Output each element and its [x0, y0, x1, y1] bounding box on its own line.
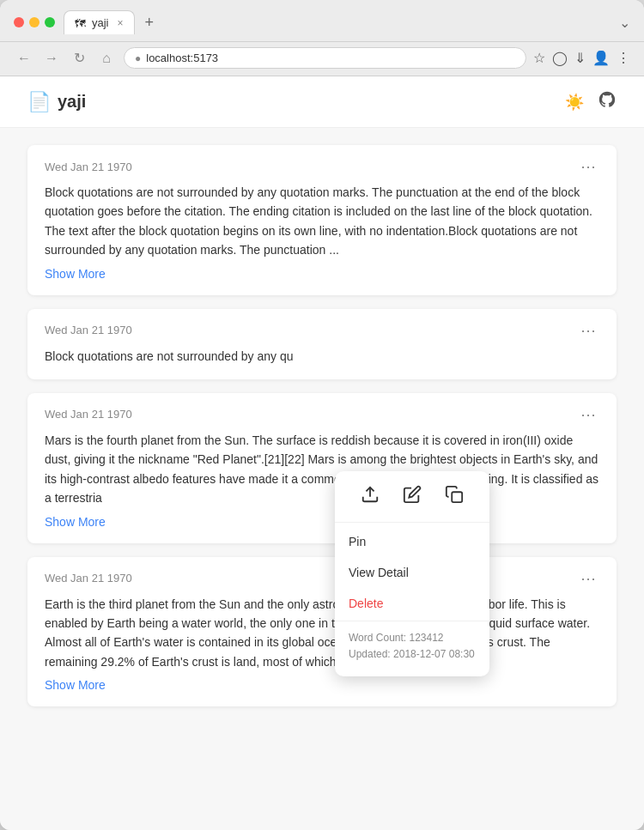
- view-detail-menu-item[interactable]: View Detail: [335, 557, 489, 588]
- menu-divider: [335, 621, 489, 621]
- card-4-menu-button[interactable]: ⋯: [577, 571, 599, 586]
- card-3-header: Wed Jan 21 1970 ⋯: [45, 407, 599, 422]
- svg-rect-1: [453, 492, 463, 502]
- card-3-date: Wed Jan 21 1970: [45, 408, 132, 421]
- browser-toolbar: ← → ↻ ⌂ ● localhost:5173 ☆ ◯ ⇓ 👤 ⋮: [0, 42, 644, 76]
- card-2-body: Block quotations are not surrounded by a…: [45, 347, 599, 366]
- copy-action-button[interactable]: [438, 482, 471, 512]
- card-1-date: Wed Jan 21 1970: [45, 161, 132, 173]
- maximize-dot[interactable]: [45, 17, 55, 27]
- logo-icon: 📄: [27, 91, 51, 113]
- card-2-date: Wed Jan 21 1970: [45, 324, 132, 336]
- upload-icon: [361, 485, 380, 504]
- card-1: Wed Jan 21 1970 ⋯ Block quotations are n…: [27, 145, 617, 295]
- cards-container: Wed Jan 21 1970 ⋯ Block quotations are n…: [0, 128, 644, 724]
- url-display: localhost:5173: [146, 51, 218, 64]
- tab-title: yaji: [92, 16, 109, 29]
- profile-button[interactable]: 👤: [592, 50, 610, 66]
- home-button[interactable]: ⌂: [96, 48, 117, 69]
- minimize-dot[interactable]: [29, 17, 39, 27]
- delete-menu-item[interactable]: Delete: [335, 588, 489, 619]
- app-title: yaji: [58, 92, 86, 112]
- tab-favicon: 🗺: [75, 17, 87, 29]
- browser-tabs: 🗺 yaji × +: [64, 10, 611, 34]
- context-menu: Pin View Detail Delete Word Count: 12341…: [335, 471, 489, 676]
- browser-titlebar: 🗺 yaji × + ⌄: [0, 0, 644, 42]
- browser-window: 🗺 yaji × + ⌄ ← → ↻ ⌂ ● localhost:5173 ☆ …: [0, 0, 644, 830]
- new-tab-button[interactable]: +: [140, 12, 160, 33]
- pin-menu-item[interactable]: Pin: [335, 526, 489, 557]
- copy-icon: [445, 485, 464, 504]
- card-2: Wed Jan 21 1970 ⋯ Block quotations are n…: [27, 309, 617, 379]
- card-3-menu-button[interactable]: ⋯: [577, 407, 599, 422]
- context-menu-overlay: Pin View Detail Delete Word Count: 12341…: [335, 471, 489, 676]
- security-icon: ●: [135, 52, 141, 64]
- window-controls: [14, 17, 55, 27]
- more-button[interactable]: ⋮: [617, 50, 630, 66]
- context-menu-items: Pin View Detail Delete Word Count: 12341…: [335, 523, 489, 676]
- card-2-menu-button[interactable]: ⋯: [577, 323, 599, 338]
- back-button[interactable]: ←: [14, 48, 34, 69]
- app-logo: 📄 yaji: [27, 91, 86, 113]
- card-2-header: Wed Jan 21 1970 ⋯: [45, 323, 599, 338]
- card-1-header: Wed Jan 21 1970 ⋯: [45, 159, 599, 174]
- extensions-button[interactable]: ◯: [552, 50, 568, 66]
- updated-label: Updated: 2018-12-07 08:30: [349, 646, 476, 663]
- card-4-date: Wed Jan 21 1970: [45, 572, 132, 585]
- theme-toggle-button[interactable]: ☀️: [565, 93, 584, 112]
- download-button[interactable]: ⇓: [574, 50, 586, 66]
- header-actions: ☀️: [565, 90, 617, 113]
- upload-action-button[interactable]: [354, 482, 386, 512]
- context-menu-meta: Word Count: 123412 Updated: 2018-12-07 0…: [335, 623, 489, 673]
- card-1-body: Block quotations are not surrounded by a…: [45, 183, 599, 260]
- close-dot[interactable]: [14, 17, 24, 27]
- github-button[interactable]: [598, 90, 617, 113]
- card-4-header: Wed Jan 21 1970 ⋯: [45, 571, 599, 586]
- forward-button[interactable]: →: [41, 48, 62, 69]
- card-4-show-more[interactable]: Show More: [45, 678, 106, 692]
- edit-action-button[interactable]: [396, 482, 428, 512]
- active-tab[interactable]: 🗺 yaji ×: [64, 10, 135, 34]
- word-count-label: Word Count: 123412: [349, 630, 476, 646]
- app-content: 📄 yaji ☀️ Wed Jan 21 1970 ⋯ Bloc: [0, 76, 644, 830]
- card-1-show-more[interactable]: Show More: [45, 267, 106, 281]
- card-4: Wed Jan 21 1970 ⋯ Earth is the third pla…: [27, 557, 617, 707]
- card-3-body: Mars is the fourth planet from the Sun. …: [45, 431, 599, 508]
- app-header: 📄 yaji ☀️: [0, 76, 644, 128]
- card-3: Wed Jan 21 1970 ⋯ Mars is the fourth pla…: [27, 393, 617, 543]
- edit-icon: [403, 485, 422, 504]
- card-3-show-more[interactable]: Show More: [45, 515, 106, 529]
- github-icon: [598, 90, 617, 109]
- bookmark-button[interactable]: ☆: [533, 50, 545, 66]
- toolbar-actions: ☆ ◯ ⇓ 👤 ⋮: [533, 50, 630, 66]
- card-4-body: Earth is the third planet from the Sun a…: [45, 595, 599, 672]
- context-menu-action-bar: [335, 471, 489, 523]
- address-bar[interactable]: ● localhost:5173: [124, 47, 526, 69]
- tab-close-button[interactable]: ×: [118, 17, 124, 29]
- reload-button[interactable]: ↻: [69, 48, 89, 69]
- tab-menu-button[interactable]: ⌄: [619, 15, 630, 31]
- card-1-menu-button[interactable]: ⋯: [577, 159, 599, 174]
